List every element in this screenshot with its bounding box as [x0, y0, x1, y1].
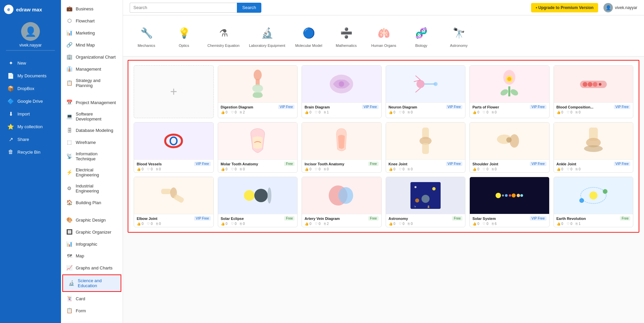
hearts-stat: ♡ 0: [482, 167, 488, 171]
upgrade-button[interactable]: • Upgrade to Premium Version: [531, 3, 598, 12]
category-sidebar: 💼 Business ⬡ Flowchart 📊 Marketing 🔗 Min…: [61, 0, 123, 323]
sidebar-item-my-documents[interactable]: 📄 My Documents: [2, 70, 59, 82]
template-card-knee-joint[interactable]: Knee Joint VIP Free 👍 0 ♡ 0 ⎘ 0: [386, 122, 466, 173]
carousel-label: Human Organs: [371, 44, 396, 48]
avatar: 👤: [21, 22, 40, 41]
sidebar-item-label: Import: [17, 111, 30, 116]
card-info: Solar System VIP Free 👍 0 ♡ 0 ⎘ 6: [470, 214, 549, 227]
template-card-earth-revolution[interactable]: Earth Revolution Free 👍 0 ♡ 0 ⎘ 1: [554, 177, 634, 227]
category-item-electrical[interactable]: ⚡ Electrical Engineering: [61, 164, 123, 180]
sidebar-item-import[interactable]: ⬇ Import: [2, 108, 59, 120]
svg-point-21: [599, 83, 601, 86]
top-bar: Search • Upgrade to Premium Version 👤 vi…: [123, 0, 644, 15]
template-card-solar-eclipse[interactable]: Solar Eclipse Free 👍 0 ♡ 0 ⎘ 0: [218, 177, 298, 227]
category-item-org-chart[interactable]: 🏢 Organizational Chart: [61, 51, 123, 63]
sidebar-item-label: New: [17, 61, 26, 66]
carousel-item-biology[interactable]: 🧬 Biology: [404, 21, 438, 51]
svg-text:👨‍🚀: 👨‍🚀: [427, 206, 430, 208]
template-card-shoulder-joint[interactable]: Shoulder Joint VIP Free 👍 0 ♡ 0 ⎘ 0: [469, 122, 550, 173]
category-item-management[interactable]: 👔 Management: [61, 63, 123, 75]
category-item-card[interactable]: 🃏 Card: [61, 293, 123, 305]
hearts-stat: ♡ 0: [567, 222, 572, 226]
category-item-info-tech[interactable]: 📡 Information Technique: [61, 148, 123, 164]
carousel-item-astronomy[interactable]: 🔭 Astronomy: [442, 21, 475, 51]
template-card-incisor-tooth[interactable]: Incisor Tooth Anatomy Free 👍 0 ♡ 0 ⎘ 0: [302, 122, 382, 173]
lab-icon: 🔬: [258, 24, 276, 42]
category-item-graphic-org[interactable]: 🔲 Graphic Organizer: [61, 226, 123, 238]
category-item-wireframe[interactable]: ⬚ Wireframe: [61, 136, 123, 148]
card-title: Neuron Diagram: [389, 105, 445, 109]
category-item-map[interactable]: 🗺 Map: [61, 250, 123, 262]
template-card-ankle-joint[interactable]: Ankle Joint VIP Free 👍 0 ♡ 0 ⎘ 0: [554, 122, 634, 173]
template-card-digestion[interactable]: Digestion Diagram VIP Free 👍 0 ♡ 0 ⎘ 2: [218, 65, 298, 118]
template-card-brain[interactable]: Brain Diagram VIP Free 👍 0 ♡ 0 ⎘ 1: [302, 65, 382, 118]
likes-stat: 👍 0: [557, 110, 563, 114]
likes-stat: 👍 0: [137, 167, 143, 171]
card-info: Elbow Joint VIP Free 👍 0 ♡ 0 ⎘ 0: [134, 214, 213, 227]
sidebar-item-share[interactable]: ↗ Share: [2, 133, 59, 146]
sidebar-item-dropbox[interactable]: 📦 DropBox: [2, 82, 59, 95]
carousel-item-lab[interactable]: 🔬 Laboratory Equipment: [246, 21, 288, 51]
template-card-neuron[interactable]: Neuron Diagram VIP Free 👍 0 ♡ 0 ⎘ 0: [386, 65, 466, 118]
svg-rect-14: [508, 86, 510, 96]
category-label: Card: [76, 296, 85, 301]
category-item-marketing[interactable]: 📊 Marketing: [61, 27, 123, 39]
category-label: Information Technique: [76, 151, 117, 161]
new-template-card[interactable]: +: [134, 65, 214, 118]
carousel-item-optics[interactable]: 💡 Optics: [167, 21, 201, 51]
category-item-form[interactable]: 📋 Form: [61, 305, 123, 317]
template-card-blood-comp[interactable]: Blood Composition... VIP Free 👍 0 ♡ 0 ⎘ …: [554, 65, 634, 118]
card-title: Incisor Tooth Anatomy: [305, 162, 367, 166]
category-item-mind-map[interactable]: 🔗 Mind Map: [61, 39, 123, 51]
main-panel: 💼 Business ⬡ Flowchart 📊 Marketing 🔗 Min…: [61, 0, 644, 323]
template-card-solar-system[interactable]: Solar System VIP Free 👍 0 ♡ 0 ⎘ 6: [469, 177, 550, 227]
category-item-building[interactable]: 🏠 Building Plan: [61, 196, 123, 209]
category-item-industrial[interactable]: ⚙ Industrial Engineering: [61, 180, 123, 196]
carousel-item-chemistry[interactable]: ⚗ Chemistry Equation: [205, 21, 242, 51]
category-item-flowchart[interactable]: ⬡ Flowchart: [61, 15, 123, 27]
template-card-elbow-joint[interactable]: Elbow Joint VIP Free 👍 0 ♡ 0 ⎘ 0: [134, 177, 214, 227]
likes-stat: 👍 0: [472, 167, 479, 171]
template-card-astronomy[interactable]: 🔭 👨‍🚀 Astronomy Free 👍 0 ♡ 0 ⎘ 0: [386, 177, 466, 227]
card-info: Astronomy Free 👍 0 ♡ 0 ⎘ 0: [386, 214, 465, 227]
category-item-software-dev[interactable]: 💻 Software Development: [61, 108, 123, 125]
card-info: Shoulder Joint VIP Free 👍 0 ♡ 0 ⎘ 0: [470, 159, 549, 172]
search-button[interactable]: Search: [237, 3, 261, 13]
template-card-flower[interactable]: Parts of Flower VIP Free 👍 0 ♡ 0 ⎘ 0: [469, 65, 550, 118]
card-info: Incisor Tooth Anatomy Free 👍 0 ♡ 0 ⎘ 0: [302, 159, 381, 172]
category-item-science[interactable]: 🔬 Science and Education: [62, 274, 121, 292]
category-item-project-mgmt[interactable]: 📅 Project Management: [61, 96, 123, 108]
category-label: Graphic Organizer: [76, 230, 111, 235]
template-card-molar-tooth[interactable]: Molar Tooth Anatomy Free 👍 0 ♡ 0 ⎘ 0: [218, 122, 298, 173]
dropbox-icon: 📦: [7, 85, 14, 92]
carousel-item-molecular[interactable]: 🔵 Molecular Model: [292, 21, 325, 51]
category-item-db-modeling[interactable]: 🗄 Database Modeling: [61, 125, 123, 136]
svg-point-38: [338, 187, 353, 204]
carousel-item-human-organs[interactable]: 🫁 Human Organs: [367, 21, 400, 51]
app-name: edraw max: [16, 7, 42, 12]
category-item-strategy[interactable]: 📋 Strategy and Planning: [61, 75, 123, 91]
category-item-business[interactable]: 💼 Business: [61, 3, 123, 15]
search-input[interactable]: [130, 3, 237, 13]
card-info: Solar Eclipse Free 👍 0 ♡ 0 ⎘ 0: [218, 214, 298, 227]
category-item-graphs[interactable]: 📈 Graphs and Charts: [61, 262, 123, 274]
carousel-label: Laboratory Equipment: [249, 44, 285, 48]
category-item-graphic-design[interactable]: 🎨 Graphic Design: [61, 214, 123, 226]
template-card-blood-vessels[interactable]: Blood Vessels VIP Free 👍 0 ♡ 0 ⎘ 0: [134, 122, 214, 173]
template-card-artery-vein[interactable]: Artery Vein Diagram Free 👍 0 ♡ 0 ⎘ 2: [302, 177, 382, 227]
card-info: Knee Joint VIP Free 👍 0 ♡ 0 ⎘ 0: [386, 159, 465, 172]
mind-map-icon: 🔗: [66, 42, 72, 48]
map-icon: 🗺: [66, 253, 72, 259]
svg-point-16: [510, 88, 519, 97]
logo-area: e edraw max: [0, 0, 61, 19]
vip-badge: VIP Free: [194, 216, 210, 221]
sidebar-item-label: My collection: [17, 124, 43, 129]
carousel-item-mechanics[interactable]: 🔧 Mechanics: [130, 21, 163, 51]
sidebar-item-recycle-bin[interactable]: 🗑 Recycle Bin: [2, 146, 59, 158]
sidebar-item-google-drive[interactable]: 🔷 Google Drive: [2, 95, 59, 107]
google-drive-icon: 🔷: [7, 98, 14, 104]
carousel-item-mathematics[interactable]: ➗ Mathematics: [329, 21, 363, 51]
sidebar-item-my-collection[interactable]: ⭐ My collection: [2, 120, 59, 133]
sidebar-item-new[interactable]: ✦ New: [2, 57, 59, 69]
category-item-infographic[interactable]: 📊 Infographic: [61, 238, 123, 250]
